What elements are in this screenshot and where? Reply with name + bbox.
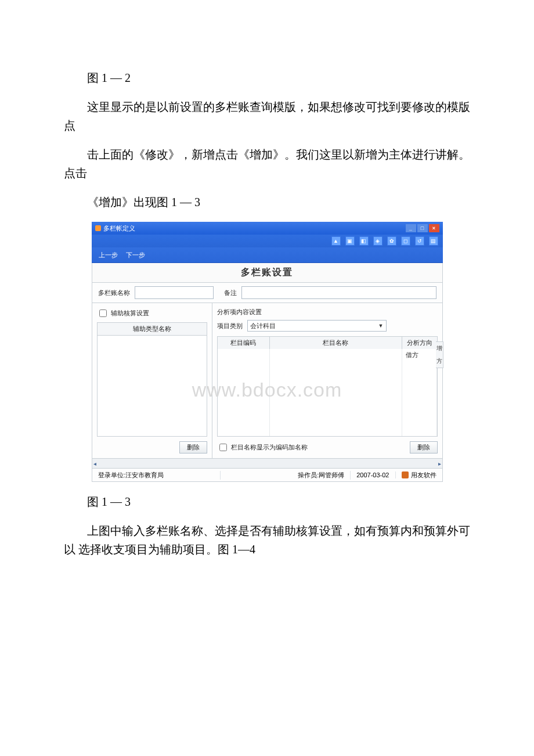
panel-title: 多栏账设置 xyxy=(92,263,443,283)
column-delete-button[interactable]: 删除 xyxy=(410,441,438,453)
toolbar-icon[interactable]: ✿ xyxy=(387,236,396,246)
app-icon xyxy=(95,225,101,231)
table-cell[interactable] xyxy=(218,349,270,436)
main-body: 辅助核算设置 辅助类型名称 删除 分析项内容设置 项目类别 会计科目 ▼ xyxy=(92,303,443,459)
toolbar-icon[interactable]: ◧ xyxy=(359,236,369,246)
maximize-button[interactable]: □ xyxy=(417,224,428,232)
col-code-header: 栏目编码 xyxy=(218,337,270,349)
status-operator: 操作员:网管师傅 xyxy=(292,471,351,480)
next-step-button[interactable]: 下一步 xyxy=(126,251,145,260)
window-titlebar: 多栏帐定义 _ □ × xyxy=(92,222,443,235)
toolbar-icon[interactable]: ↺ xyxy=(415,236,424,246)
name-as-code-label: 栏目名称显示为编码加名称 xyxy=(231,443,308,452)
window-title: 多栏帐定义 xyxy=(103,224,135,233)
paragraph-2: 击上面的《修改》，新增点击《增加》。我们这里以新增为主体进行讲解。点击 xyxy=(64,145,470,182)
scroll-left-icon[interactable]: ◂ xyxy=(93,460,96,467)
columns-table: 栏目编码 栏目名称 分析方向 借方 xyxy=(217,336,438,437)
aux-list[interactable] xyxy=(97,336,207,437)
aux-panel: 辅助核算设置 辅助类型名称 删除 xyxy=(92,303,212,458)
toolbar-icon[interactable]: ▲ xyxy=(331,236,341,246)
side-tab-label: 增 xyxy=(436,344,442,352)
side-tab[interactable]: 增 方 xyxy=(436,341,443,368)
label-remark: 备注 xyxy=(224,289,237,297)
aux-checkbox-label: 辅助核算设置 xyxy=(111,309,149,318)
figure-caption-1-3: 图 1 — 3 xyxy=(64,492,470,511)
col-name-header: 栏目名称 xyxy=(270,337,402,349)
vendor-icon xyxy=(402,471,409,478)
status-date: 2007-03-02 xyxy=(351,471,395,478)
toolbar-icon[interactable]: ▤ xyxy=(429,236,438,246)
table-cell-direction[interactable]: 借方 xyxy=(402,349,437,436)
figure-caption-1-2: 图 1 — 2 xyxy=(64,69,470,87)
aux-checkbox[interactable] xyxy=(99,309,107,317)
status-bar: 登录单位:汪安市教育局 操作员:网管师傅 2007-03-02 用友软件 xyxy=(92,469,443,482)
embedded-screenshot: 多栏帐定义 _ □ × ▲ ▣ ◧ ◈ ✿ ◻ ↺ ▤ 上一步 下一步 多栏账设… xyxy=(92,222,443,482)
aux-list-header: 辅助类型名称 xyxy=(97,322,207,336)
scroll-right-icon[interactable]: ▸ xyxy=(438,460,441,467)
paragraph-4: 上图中输入多栏账名称、选择是否有辅助核算设置，如有预算内和预算外可以 选择收支项… xyxy=(64,521,470,559)
toolbar-icon[interactable]: ◈ xyxy=(373,236,383,246)
project-type-dropdown[interactable]: 会计科目 ▼ xyxy=(247,320,387,332)
top-toolbar: ▲ ▣ ◧ ◈ ✿ ◻ ↺ ▤ xyxy=(92,235,443,247)
col-direction-header: 分析方向 xyxy=(402,337,437,349)
chevron-down-icon: ▼ xyxy=(378,323,384,329)
label-name: 多栏账名称 xyxy=(98,289,130,297)
table-cell[interactable] xyxy=(270,349,402,436)
paragraph-1: 这里显示的是以前设置的多栏账查询模版，如果想修改可找到要修改的模版点 xyxy=(64,98,470,135)
name-remark-row: 多栏账名称 备注 xyxy=(92,283,443,303)
name-input[interactable] xyxy=(135,286,214,299)
project-type-value: 会计科目 xyxy=(250,322,276,330)
aux-delete-button[interactable]: 删除 xyxy=(179,441,207,453)
remark-input[interactable] xyxy=(241,286,436,299)
step-nav: 上一步 下一步 xyxy=(92,247,443,263)
toolbar-icon[interactable]: ◻ xyxy=(401,236,410,246)
analysis-section-title: 分析项内容设置 xyxy=(217,308,438,316)
toolbar-icon[interactable]: ▣ xyxy=(345,236,355,246)
horizontal-scrollbar[interactable]: ◂ ▸ xyxy=(92,459,443,469)
side-tab-label: 方 xyxy=(436,357,442,365)
paragraph-3: 《增加》出现图 1 — 3 xyxy=(64,193,470,211)
status-software: 用友软件 xyxy=(411,471,436,480)
minimize-button[interactable]: _ xyxy=(406,224,416,232)
analysis-panel: 分析项内容设置 项目类别 会计科目 ▼ 栏目编码 栏目名称 分析方向 xyxy=(212,303,442,458)
label-project-type: 项目类别 xyxy=(217,322,243,330)
close-button[interactable]: × xyxy=(429,224,439,232)
name-as-code-checkbox[interactable] xyxy=(219,444,227,451)
prev-step-button[interactable]: 上一步 xyxy=(99,251,118,260)
status-login-unit: 登录单位:汪安市教育局 xyxy=(92,471,221,480)
